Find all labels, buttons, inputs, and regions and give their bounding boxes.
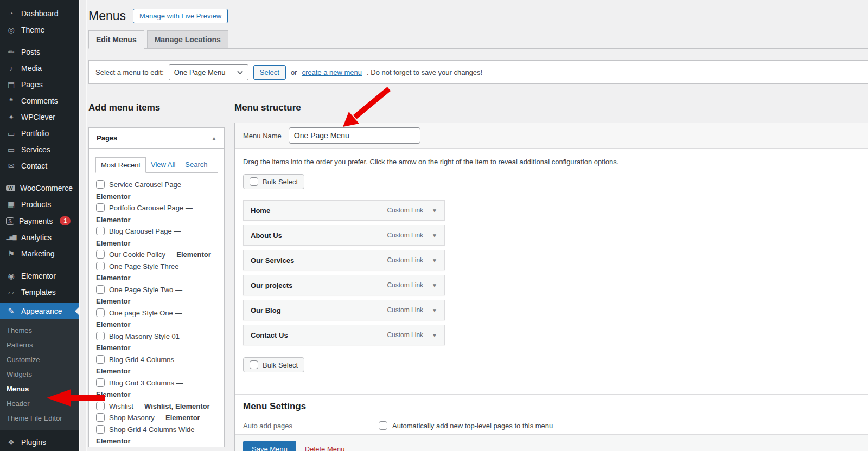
tab-search[interactable]: Search <box>180 157 212 173</box>
sidebar-item-dashboard[interactable]: ◔ Dashboard <box>0 5 79 22</box>
checkbox[interactable] <box>96 285 105 294</box>
sidebar-item-label: Templates <box>21 288 56 297</box>
sidebar-item-wpclever[interactable]: ✦ WPClever <box>0 109 79 125</box>
woocommerce-icon: W <box>6 185 15 191</box>
checkbox[interactable] <box>96 203 105 212</box>
checkbox[interactable] <box>96 355 105 364</box>
checkbox[interactable] <box>250 177 258 186</box>
sidebar-subitem-theme-file-editor[interactable]: Theme File Editor <box>0 411 79 426</box>
sidebar-item-templates[interactable]: ▱ Templates <box>0 284 79 300</box>
checkbox[interactable] <box>96 250 105 259</box>
sidebar-item-products[interactable]: ▦ Products <box>0 196 79 212</box>
menu-item-row-our-services[interactable]: Our Services Custom Link▼ <box>243 250 445 270</box>
sidebar-item-label: Dashboard <box>21 9 59 18</box>
sidebar-item-theme[interactable]: ◎ Theme <box>0 22 79 38</box>
list-item: One Page Style Three — Elementor <box>96 261 217 284</box>
delete-menu-link[interactable]: Delete Menu <box>305 445 345 451</box>
expand-item-icon[interactable]: ▼ <box>432 233 437 239</box>
menu-structure-panel: Menu Name Drag the items into the order … <box>234 123 868 451</box>
accordion-collapse-icon[interactable]: ▲ <box>212 136 216 141</box>
sidebar-subitem-widgets[interactable]: Widgets <box>0 367 79 382</box>
pages-icon: ▤ <box>6 80 16 89</box>
sidebar-item-portfolio[interactable]: ▭ Portfolio <box>0 125 79 141</box>
pages-accordion-header[interactable]: Pages ▲ <box>89 128 224 149</box>
sidebar-item-payments[interactable]: $ Payments 1 <box>0 212 79 229</box>
sidebar-item-label: Appearance <box>21 307 62 315</box>
bulk-select-label: Bulk Select <box>263 178 298 186</box>
menu-select-dropdown[interactable]: One Page Menu <box>169 64 248 80</box>
sidebar-item-appearance[interactable]: ✎ Appearance <box>0 303 79 319</box>
analytics-icon: ▂▅▇ <box>6 233 16 242</box>
checkbox[interactable] <box>96 262 105 270</box>
checkbox[interactable] <box>96 413 105 422</box>
contact-icon: ✉ <box>6 162 16 170</box>
page-item-text: Service Carousel Page — <box>109 181 190 189</box>
settings-divider <box>235 394 868 395</box>
select-button[interactable]: Select <box>253 65 286 80</box>
sidebar-item-elementor[interactable]: ◉ Elementor <box>0 268 79 284</box>
sidebar-subitem-themes[interactable]: Themes <box>0 323 79 338</box>
sidebar-item-pages[interactable]: ▤ Pages <box>0 76 79 93</box>
page-item-text: Wishlist — <box>109 402 142 410</box>
tab-view-all[interactable]: View All <box>146 157 180 173</box>
expand-item-icon[interactable]: ▼ <box>432 282 437 288</box>
page-item-text: Blog Grid 3 Columns — <box>109 379 183 387</box>
expand-item-icon[interactable]: ▼ <box>432 332 437 338</box>
expand-item-icon[interactable]: ▼ <box>432 208 437 214</box>
menu-name-input[interactable] <box>289 127 420 144</box>
sidebar-item-label: Media <box>21 64 42 73</box>
menu-settings-heading: Menu Settings <box>243 401 860 412</box>
sidebar-item-label: Analytics <box>21 233 52 242</box>
bulk-select-bottom[interactable]: Bulk Select <box>243 357 304 372</box>
sidebar-subitem-customize[interactable]: Customize <box>0 352 79 367</box>
expand-item-icon[interactable]: ▼ <box>432 257 437 263</box>
checkbox[interactable] <box>96 378 105 387</box>
sidebar-item-comments[interactable]: ❝ Comments <box>0 93 79 109</box>
sidebar-subitem-header[interactable]: Header <box>0 396 79 411</box>
page-item-text: Shop Masonry — <box>109 414 163 422</box>
checkbox[interactable] <box>96 227 105 235</box>
checkbox[interactable] <box>96 332 105 340</box>
menu-item-label: Home <box>251 207 270 215</box>
sidebar-subitem-menus[interactable]: Menus <box>0 382 79 396</box>
checkbox[interactable] <box>96 402 105 410</box>
sidebar-subitem-patterns[interactable]: Patterns <box>0 338 79 352</box>
menu-item-row-our-projects[interactable]: Our projects Custom Link▼ <box>243 275 445 295</box>
checkbox[interactable] <box>250 360 258 369</box>
sidebar-item-marketing[interactable]: ⚑ Marketing <box>0 246 79 262</box>
sidebar-item-plugins[interactable]: ❖ Plugins <box>0 434 79 450</box>
sidebar-item-media[interactable]: ♪ Media <box>0 60 79 76</box>
sidebar-item-label: WPClever <box>21 113 55 121</box>
checkbox[interactable] <box>96 180 105 189</box>
save-menu-button[interactable]: Save Menu <box>243 441 296 451</box>
menu-item-type: Custom Link <box>387 256 423 264</box>
sidebar-scrollbar[interactable] <box>79 0 87 451</box>
menu-item-row-contact-us[interactable]: Contact Us Custom Link▼ <box>243 325 445 345</box>
drag-instruction-text: Drag the items into the order you prefer… <box>243 157 860 167</box>
comments-icon: ❝ <box>6 96 16 105</box>
menu-item-row-our-blog[interactable]: Our Blog Custom Link▼ <box>243 300 445 320</box>
list-item: Shop Masonry — Elementor <box>96 412 217 424</box>
bulk-select-top[interactable]: Bulk Select <box>243 174 304 189</box>
create-new-menu-link[interactable]: create a new menu <box>302 68 362 76</box>
checkbox[interactable] <box>96 308 105 317</box>
media-icon: ♪ <box>6 64 16 73</box>
expand-item-icon[interactable]: ▼ <box>432 307 437 313</box>
tab-most-recent[interactable]: Most Recent <box>95 157 146 173</box>
menu-item-row-home[interactable]: Home Custom Link▼ <box>243 200 445 221</box>
auto-add-pages-checkbox[interactable] <box>379 421 387 430</box>
add-menu-items-column: Add menu items Pages ▲ Most Recent View … <box>88 102 225 447</box>
checkbox[interactable] <box>96 425 105 434</box>
sidebar-item-contact[interactable]: ✉ Contact <box>0 158 79 174</box>
tab-edit-menus[interactable]: Edit Menus <box>88 30 144 49</box>
menu-item-row-about-us[interactable]: About Us Custom Link▼ <box>243 225 445 246</box>
tab-manage-locations[interactable]: Manage Locations <box>147 30 228 49</box>
manage-with-live-preview-button[interactable]: Manage with Live Preview <box>133 9 228 23</box>
sidebar-item-label: Plugins <box>21 438 46 447</box>
page-item-text: Shop Grid 4 Columns Wide — <box>109 426 203 434</box>
sidebar-item-services[interactable]: ▭ Services <box>0 141 79 158</box>
page-item-text: Our Cookie Policy — <box>109 250 175 259</box>
sidebar-item-woocommerce[interactable]: W WooCommerce <box>0 180 79 196</box>
sidebar-item-analytics[interactable]: ▂▅▇ Analytics <box>0 229 79 246</box>
sidebar-item-posts[interactable]: ✏ Posts <box>0 44 79 60</box>
